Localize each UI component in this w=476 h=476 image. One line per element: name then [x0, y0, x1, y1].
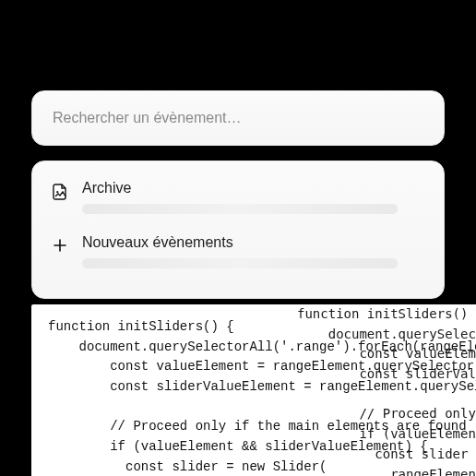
skeleton-line: [82, 204, 398, 214]
file-image-icon: [51, 180, 69, 200]
plus-icon: [51, 234, 69, 253]
svg-point-0: [56, 191, 58, 193]
events-list-card: Archive Nouveaux évènements: [31, 161, 445, 299]
list-item-title: Nouveaux évènements: [82, 234, 425, 251]
search-card: [31, 90, 445, 146]
list-item[interactable]: Archive: [51, 174, 425, 227]
search-input[interactable]: [51, 109, 425, 127]
list-item-title: Archive: [82, 180, 425, 196]
list-item[interactable]: Nouveaux évènements: [51, 227, 425, 281]
code-snippet: function initSliders() { document.queryS…: [31, 304, 476, 476]
skeleton-line: [82, 258, 398, 268]
